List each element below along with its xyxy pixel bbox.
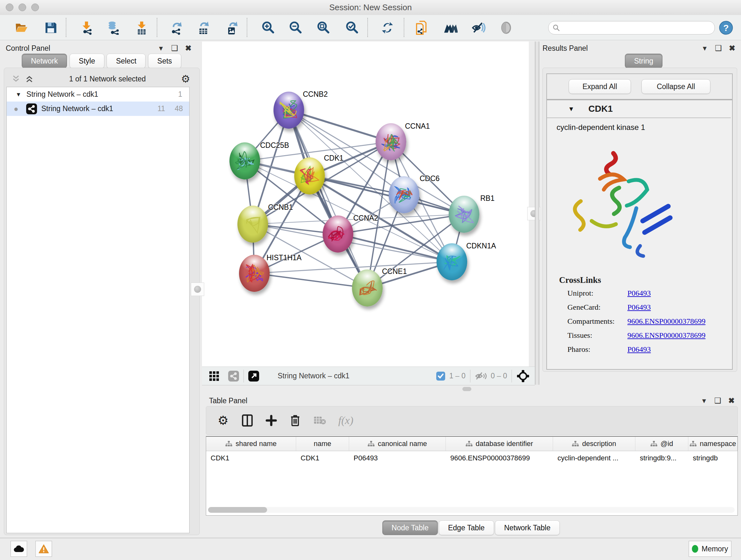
close-window-icon[interactable] bbox=[6, 3, 13, 11]
network-row[interactable]: ● String Network – cdk1 11 48 bbox=[7, 102, 189, 116]
search-box[interactable] bbox=[548, 21, 715, 35]
network-node-cdk1[interactable] bbox=[294, 158, 325, 194]
import-table-icon[interactable] bbox=[134, 20, 149, 35]
table-cell[interactable]: cyclin-dependent ... bbox=[553, 451, 635, 465]
tab-style[interactable]: Style bbox=[70, 54, 105, 68]
column-header-shared-name[interactable]: shared name bbox=[206, 437, 296, 451]
tab-node-table[interactable]: Node Table bbox=[382, 520, 438, 535]
network-node-rb1[interactable] bbox=[449, 196, 479, 233]
expand-all-icon[interactable] bbox=[25, 74, 34, 83]
import-network-database-icon[interactable] bbox=[106, 20, 121, 35]
horizontal-splitter-handle[interactable] bbox=[462, 387, 471, 391]
table-cell[interactable]: P06493 bbox=[349, 451, 446, 465]
birds-eye-view-icon[interactable] bbox=[443, 20, 458, 35]
export-table-icon[interactable] bbox=[196, 20, 211, 35]
vertical-splitter[interactable] bbox=[535, 42, 539, 385]
fit-content-icon[interactable] bbox=[316, 20, 331, 35]
network-node-cdkn1a[interactable] bbox=[436, 243, 467, 280]
maximize-window-icon[interactable] bbox=[31, 3, 39, 11]
network-node-hist1h1a[interactable] bbox=[239, 255, 270, 292]
table-cell[interactable]: stringdb:9... bbox=[635, 451, 688, 465]
network-node-ccna1[interactable] bbox=[376, 123, 406, 160]
float-panel-icon[interactable]: ❑ bbox=[715, 44, 722, 52]
crosslink-link[interactable]: P06493 bbox=[627, 303, 651, 312]
crosslink-link[interactable]: 9606.ENSP00000378699 bbox=[627, 317, 705, 326]
zoom-out-icon[interactable] bbox=[288, 20, 303, 35]
open-session-icon[interactable] bbox=[14, 20, 29, 35]
network-node-ccnb2[interactable] bbox=[273, 91, 304, 129]
new-network-from-selection-icon[interactable] bbox=[414, 20, 429, 35]
search-input[interactable] bbox=[562, 23, 704, 32]
help-icon[interactable]: ? bbox=[719, 20, 733, 35]
column-header-name[interactable]: name bbox=[296, 437, 349, 451]
selected-checkbox-icon[interactable] bbox=[436, 371, 446, 381]
table-cell[interactable]: 9606.ENSP00000378699 bbox=[446, 451, 553, 465]
column-header-database-identifier[interactable]: database identifier bbox=[446, 437, 553, 451]
cloud-status-button[interactable] bbox=[10, 541, 27, 557]
column-header--id[interactable]: @id bbox=[635, 437, 688, 451]
section-expander-icon[interactable]: ▼ bbox=[568, 106, 575, 112]
network-overview-icon[interactable] bbox=[228, 371, 239, 381]
tab-edge-table[interactable]: Edge Table bbox=[439, 520, 494, 535]
detach-view-icon[interactable] bbox=[248, 371, 259, 381]
column-header-description[interactable]: description bbox=[553, 437, 635, 451]
network-collection-row[interactable]: ▼ String Network – cdk1 1 bbox=[7, 87, 189, 102]
close-panel-icon[interactable]: ✖ bbox=[185, 44, 192, 52]
network-canvas[interactable]: CCNB2CCNA1CDC25BCDK1CDC6RB1CCNB1CCNA2CDK… bbox=[202, 42, 529, 367]
network-node-cdc6[interactable] bbox=[389, 176, 419, 213]
tab-select[interactable]: Select bbox=[107, 54, 145, 68]
import-network-file-icon[interactable] bbox=[79, 20, 94, 35]
network-node-cdc25b[interactable] bbox=[229, 142, 260, 179]
delete-column-trash-icon[interactable] bbox=[290, 414, 300, 427]
tab-string[interactable]: String bbox=[625, 54, 663, 68]
show-hide-graphics-icon[interactable] bbox=[471, 20, 486, 35]
appearance-icon[interactable] bbox=[499, 20, 514, 35]
table-cell[interactable]: CDK1 bbox=[206, 451, 296, 465]
create-column-icon[interactable] bbox=[266, 415, 277, 426]
function-builder-icon[interactable]: f(x) bbox=[338, 415, 353, 427]
table-horizontal-scrollbar[interactable] bbox=[208, 507, 735, 513]
collapse-all-button[interactable]: Collapse All bbox=[642, 79, 711, 94]
collapse-all-icon[interactable] bbox=[11, 74, 20, 83]
crosslink-link[interactable]: 9606.ENSP00000378699 bbox=[627, 331, 705, 340]
collapse-panel-icon[interactable]: ▾ bbox=[702, 397, 706, 405]
delete-table-icon[interactable] bbox=[313, 415, 326, 426]
float-panel-icon[interactable]: ❑ bbox=[171, 44, 178, 52]
network-node-ccne1[interactable] bbox=[352, 269, 383, 307]
zoom-selected-icon[interactable] bbox=[345, 20, 359, 35]
table-cell[interactable]: CDK1 bbox=[296, 451, 349, 465]
tab-sets[interactable]: Sets bbox=[148, 54, 181, 68]
collapse-panel-icon[interactable]: ▾ bbox=[159, 44, 163, 52]
birds-eye-toggle-icon[interactable] bbox=[208, 370, 220, 382]
expand-all-button[interactable]: Expand All bbox=[569, 79, 631, 94]
show-columns-icon[interactable] bbox=[241, 414, 253, 427]
warning-status-button[interactable] bbox=[36, 541, 52, 557]
tab-network-table[interactable]: Network Table bbox=[495, 520, 560, 535]
float-panel-icon[interactable]: ❑ bbox=[714, 397, 721, 405]
table-settings-gear-icon[interactable]: ⚙ bbox=[218, 415, 228, 427]
network-node-ccna2[interactable] bbox=[323, 215, 353, 253]
gear-icon[interactable]: ⚙ bbox=[181, 74, 190, 84]
tab-network[interactable]: Network bbox=[22, 54, 67, 68]
close-panel-icon[interactable]: ✖ bbox=[729, 44, 735, 52]
minimize-window-icon[interactable] bbox=[18, 3, 26, 11]
table-cell[interactable]: stringdb bbox=[688, 451, 738, 465]
network-node-ccnb1[interactable] bbox=[238, 206, 268, 243]
scrollbar-thumb[interactable] bbox=[208, 507, 267, 513]
cdk1-section-header[interactable]: ▼ CDK1 bbox=[547, 100, 731, 118]
table-row[interactable]: CDK1CDK1P064939606.ENSP00000378699cyclin… bbox=[206, 451, 738, 465]
export-image-icon[interactable] bbox=[224, 20, 239, 35]
left-splitter-handle[interactable] bbox=[191, 283, 204, 296]
crosslink-link[interactable]: P06493 bbox=[627, 289, 651, 298]
save-session-icon[interactable] bbox=[44, 20, 58, 35]
column-header-canonical-name[interactable]: canonical name bbox=[349, 437, 446, 451]
pan-mode-icon[interactable] bbox=[516, 369, 530, 383]
zoom-in-icon[interactable] bbox=[261, 20, 275, 35]
export-network-icon[interactable] bbox=[169, 20, 183, 35]
close-panel-icon[interactable]: ✖ bbox=[728, 397, 735, 405]
refresh-icon[interactable] bbox=[380, 20, 395, 35]
memory-button[interactable]: Memory bbox=[689, 541, 731, 557]
column-header-namespace[interactable]: namespace bbox=[688, 437, 738, 451]
hidden-eye-icon[interactable] bbox=[475, 371, 487, 381]
crosslink-link[interactable]: P06493 bbox=[627, 345, 651, 354]
